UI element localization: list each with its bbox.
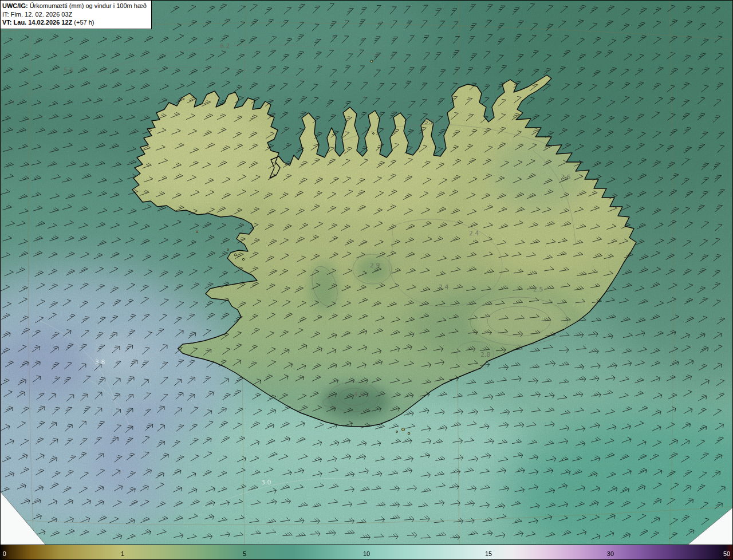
colorbar-tick-5: 5 xyxy=(243,551,246,557)
contour-label-5.2: 5.2 xyxy=(424,118,435,125)
contour-label-3.0: 3.0 xyxy=(261,479,271,486)
colorbar-tick-15: 15 xyxy=(485,551,492,557)
product-title-line: UWC/IG: Úrkomumætti (mm) og vindur i 100… xyxy=(2,2,147,10)
valid-time-line: VT: Lau. 14.02.2026 12Z (+57 h) xyxy=(2,18,147,27)
contour-label-6.2: 6.2 xyxy=(220,42,230,50)
colorbar-tick-30: 30 xyxy=(607,551,614,557)
colorbar-ticks: 01510153050 xyxy=(1,545,732,559)
lead-time: (+57 h) xyxy=(72,19,94,26)
precipitation-wind-map: 6.25.55.22.62.42.92.42.52.84.03.83.0 xyxy=(1,1,733,546)
contour-label-5.5: 5.5 xyxy=(64,66,74,74)
valid-time: VT: Lau. 14.02.2026 12Z xyxy=(2,19,72,26)
product-description: Úrkomumætti (mm) og vindur i 100m hæð xyxy=(28,2,147,9)
contour-label-2.5: 2.5 xyxy=(533,286,543,293)
colorbar-tick-10: 10 xyxy=(363,551,370,557)
weather-map-page: 6.25.55.22.62.42.92.42.52.84.03.83.0 UWC… xyxy=(0,0,733,560)
contour-label-2.4: 2.4 xyxy=(439,283,449,291)
model-id: UWC/IG: xyxy=(2,2,28,9)
contour-label-2.8: 2.8 xyxy=(480,351,491,358)
contour-label-2.4: 2.4 xyxy=(469,230,479,237)
contour-label-2.9: 2.9 xyxy=(370,262,380,269)
contour-label-2.6: 2.6 xyxy=(561,173,571,181)
contour-label-3.8: 3.8 xyxy=(95,358,105,366)
contour-label-4.0: 4.0 xyxy=(354,391,364,398)
init-time-line: IT: Fim. 12. 02. 2026 03Z xyxy=(2,10,147,19)
colorbar-tick-0: 0 xyxy=(3,551,6,557)
title-box: UWC/IG: Úrkomumætti (mm) og vindur i 100… xyxy=(1,1,152,29)
precipitation-colorbar: 01510153050 xyxy=(1,545,732,559)
colorbar-tick-50: 50 xyxy=(723,551,730,557)
colorbar-tick-1: 1 xyxy=(121,551,124,557)
